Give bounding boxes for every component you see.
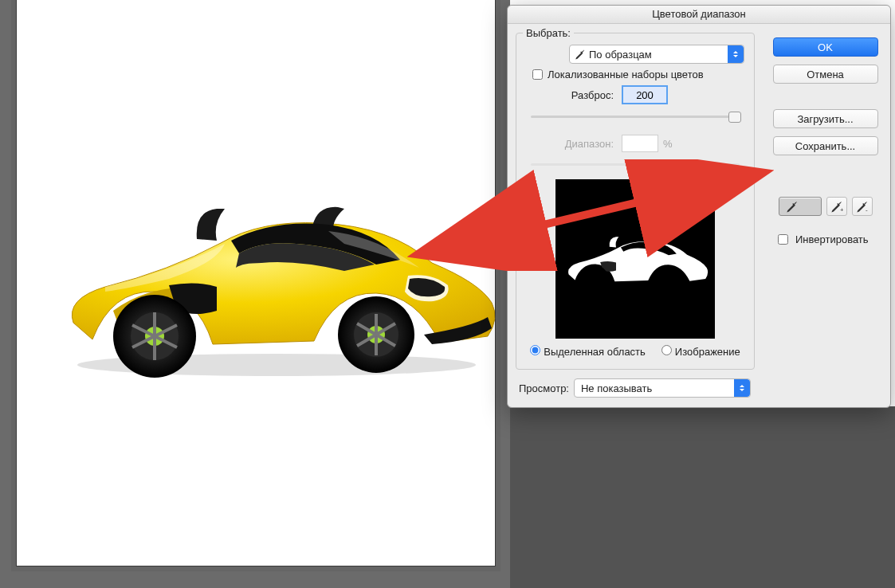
invert-checkbox[interactable] xyxy=(778,234,788,245)
svg-point-14 xyxy=(583,266,609,292)
slider-thumb[interactable] xyxy=(728,112,741,123)
eyedropper-sample-icon[interactable] xyxy=(779,197,822,216)
dialog-title: Цветовой диапазон xyxy=(508,6,890,24)
color-range-dialog: Цветовой диапазон Выбрать: По образцам Л… xyxy=(507,5,891,408)
range-slider xyxy=(531,157,740,171)
localized-checkbox[interactable] xyxy=(532,69,543,80)
svg-point-15 xyxy=(657,266,681,290)
chevron-updown-icon xyxy=(734,379,750,397)
invert-label: Инвертировать xyxy=(795,233,869,245)
range-unit: % xyxy=(663,138,673,150)
fuzziness-input[interactable] xyxy=(622,85,668,104)
fuzziness-label: Разброс: xyxy=(526,89,622,101)
localized-checkbox-row: Локализованные наборы цветов xyxy=(532,69,744,80)
radio-image-label[interactable]: Изображение xyxy=(661,345,740,358)
preview-label: Просмотр: xyxy=(519,382,569,394)
svg-text:-: - xyxy=(866,206,868,213)
localized-label: Локализованные наборы цветов xyxy=(548,69,704,80)
cancel-button[interactable]: Отмена xyxy=(773,65,878,84)
select-label: Выбрать: xyxy=(523,27,574,39)
preview-dropdown[interactable]: Не показывать xyxy=(574,378,751,398)
svg-text:+: + xyxy=(840,206,843,213)
selection-preview[interactable] xyxy=(555,179,715,339)
radio-selection-label[interactable]: Выделенная область xyxy=(530,345,646,358)
select-dropdown[interactable]: По образцам xyxy=(569,45,744,64)
eyedropper-tools: + - xyxy=(779,197,873,216)
chevron-updown-icon xyxy=(728,45,744,63)
app-background-right xyxy=(510,406,895,588)
slider-track xyxy=(531,116,740,118)
eyedropper-icon xyxy=(575,49,586,60)
canvas-car-image xyxy=(57,191,504,382)
eyedropper-add-icon[interactable]: + xyxy=(826,197,847,216)
save-button[interactable]: Сохранить... xyxy=(773,136,878,155)
radio-image[interactable] xyxy=(661,345,672,355)
select-fieldset: Выбрать: По образцам Локализованные набо… xyxy=(516,33,755,370)
eyedropper-subtract-icon[interactable]: - xyxy=(852,197,873,216)
ok-button[interactable]: OK xyxy=(773,37,878,57)
select-value: По образцам xyxy=(589,49,652,61)
preview-value: Не показывать xyxy=(581,382,652,394)
range-input xyxy=(622,135,658,152)
load-button[interactable]: Загрузить... xyxy=(773,109,878,128)
range-label: Диапазон: xyxy=(526,138,622,150)
fuzziness-slider[interactable] xyxy=(531,109,740,123)
radio-selection[interactable] xyxy=(530,345,540,355)
